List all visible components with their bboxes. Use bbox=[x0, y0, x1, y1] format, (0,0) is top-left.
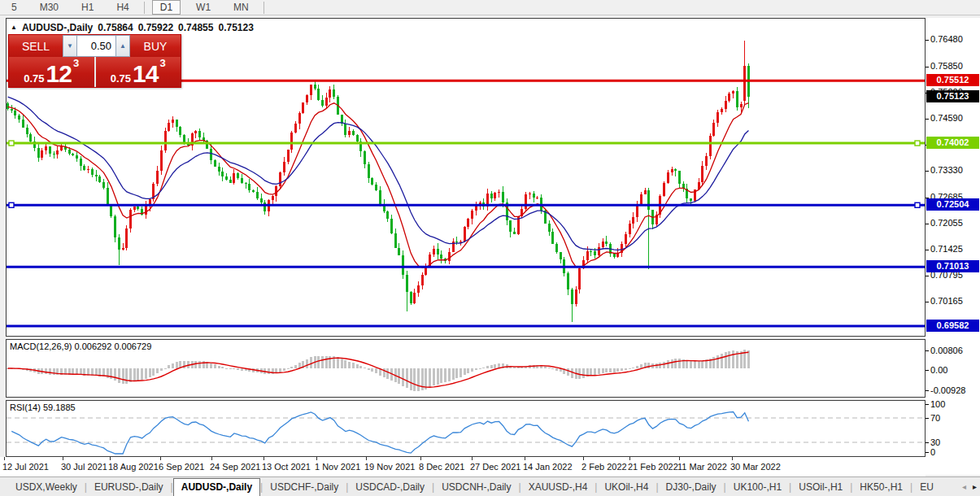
date-tick-mark bbox=[679, 457, 680, 460]
timeframe-button-W1[interactable]: W1 bbox=[190, 1, 216, 14]
chart-tab-UKOilH4[interactable]: UKOil-,H4 bbox=[597, 479, 656, 496]
buy-price-base: 0.75 bbox=[111, 72, 131, 85]
date-tick-label: 30 Jul 2021 bbox=[61, 462, 107, 472]
price-line-badge: 0.71013 bbox=[926, 260, 979, 272]
date-tick-mark bbox=[583, 457, 584, 460]
date-tick-mark bbox=[63, 457, 63, 460]
macd-tick-label: -0.00928 bbox=[930, 385, 965, 395]
one-click-trade-panel: SELL ▼ ▲ BUY 0.75 12 3 0.75 14 3 bbox=[8, 34, 181, 88]
chart-tab-USDCADDaily[interactable]: USDCAD-,Daily bbox=[348, 479, 432, 496]
lot-increase-button[interactable]: ▲ bbox=[115, 35, 130, 57]
chart-tab-USOilH1[interactable]: USOil-,H1 bbox=[791, 479, 850, 496]
date-tick-mark bbox=[316, 457, 317, 460]
symbol-period-label: AUDUSD-,Daily bbox=[22, 22, 93, 33]
price-tick-mark bbox=[926, 40, 929, 41]
date-tick-label: 27 Dec 2021 bbox=[470, 462, 520, 472]
chart-tab-USDXWeekly[interactable]: USDX,Weekly bbox=[8, 479, 85, 496]
date-tick-label: 6 Sep 2021 bbox=[159, 462, 204, 472]
sell-price-button[interactable]: 0.75 12 3 bbox=[9, 57, 94, 87]
toolbar-separator bbox=[144, 2, 145, 14]
price-tick-label: 0.75850 bbox=[930, 61, 963, 71]
date-tick-label: 13 Oct 2021 bbox=[262, 462, 311, 472]
macd-tick-label: 0.00806 bbox=[930, 346, 963, 355]
date-tick-mark bbox=[160, 457, 161, 460]
lot-size-input[interactable] bbox=[77, 35, 115, 57]
price-line-badge: 0.75512 bbox=[926, 74, 979, 86]
buy-button[interactable]: BUY bbox=[130, 35, 181, 57]
price-line-badge: 0.74002 bbox=[926, 137, 979, 149]
price-tick-mark bbox=[926, 67, 929, 67]
chart-tab-EURUSDDaily[interactable]: EURUSD-,Daily bbox=[87, 479, 171, 496]
timeframe-button-M30[interactable]: M30 bbox=[34, 1, 64, 14]
current-price-badge: 0.75123 bbox=[926, 90, 979, 102]
chart-tab-USDCNHDaily[interactable]: USDCNH-,Daily bbox=[434, 479, 518, 496]
price-tick-label: 0.74590 bbox=[930, 113, 963, 123]
chart-tab-HK50H1[interactable]: HK50-,H1 bbox=[852, 479, 910, 496]
sell-button[interactable]: SELL bbox=[9, 35, 63, 57]
chart-tab-bar: USDX,Weekly|EURUSD-,Daily|AUDUSD-,Daily|… bbox=[0, 476, 980, 496]
timeframe-button-5[interactable]: 5 bbox=[6, 1, 23, 14]
macd-tick-label: 0.00 bbox=[930, 365, 947, 375]
price-line-badge: 0.69582 bbox=[926, 320, 979, 332]
price-tick-label: 0.70165 bbox=[930, 296, 963, 306]
date-tick-label: 18 Aug 2021 bbox=[108, 462, 159, 472]
tab-scroll-buttons: ◂▸ bbox=[962, 482, 977, 491]
timeframe-toolbar: 5M30H1H4D1W1MN bbox=[0, 0, 980, 15]
rsi-tick-mark bbox=[926, 404, 929, 405]
timeframe-button-H4[interactable]: H4 bbox=[111, 1, 134, 14]
chart-tab-XAUUSDH4[interactable]: XAUUSD-,H4 bbox=[521, 479, 595, 496]
chart-tab-DJ30Daily[interactable]: DJ30-,Daily bbox=[659, 479, 724, 496]
sell-price-base: 0.75 bbox=[24, 72, 44, 85]
chart-tab-EU[interactable]: EU bbox=[912, 479, 941, 496]
date-tick-label: 19 Nov 2021 bbox=[364, 462, 415, 472]
ohlc-low: 0.74855 bbox=[178, 22, 213, 33]
date-tick-label: 30 Mar 2022 bbox=[730, 462, 781, 472]
chart-tab-USDCHFDaily[interactable]: USDCHF-,Daily bbox=[263, 479, 346, 496]
ohlc-close: 0.75123 bbox=[218, 22, 253, 33]
price-tick-mark bbox=[926, 250, 929, 250]
buy-price-button[interactable]: 0.75 14 3 bbox=[96, 57, 181, 87]
rsi-tick-label: 0 bbox=[930, 447, 935, 457]
date-tick-label: 21 Feb 2022 bbox=[628, 462, 678, 472]
chart-tab-AUDUSDDaily[interactable]: AUDUSD-,Daily bbox=[173, 478, 260, 496]
date-tick-label: 8 Dec 2021 bbox=[419, 462, 464, 472]
mt4-terminal: { "toolbar": { "items": ["5","M30","H1",… bbox=[0, 0, 980, 496]
macd-label: MACD(12,26,9) 0.006292 0.006729 bbox=[10, 342, 151, 351]
date-tick-mark bbox=[110, 457, 111, 460]
price-tick-mark bbox=[926, 119, 929, 120]
date-tick-mark bbox=[525, 457, 525, 460]
date-tick-mark bbox=[4, 457, 5, 460]
date-tick-label: 11 Mar 2022 bbox=[677, 462, 727, 472]
ohlc-high: 0.75922 bbox=[138, 22, 173, 33]
price-tick-label: 0.76480 bbox=[930, 34, 963, 44]
date-tick-label: 1 Nov 2021 bbox=[315, 462, 360, 472]
ohlc-open: 0.75864 bbox=[98, 22, 133, 33]
date-tick-mark bbox=[629, 457, 630, 460]
date-tick-mark bbox=[211, 457, 212, 460]
rsi-tick-label: 100 bbox=[930, 399, 945, 409]
timeframe-button-D1[interactable]: D1 bbox=[152, 0, 181, 15]
tab-scroll-right-button[interactable]: ▸ bbox=[973, 482, 977, 491]
date-tick-mark bbox=[420, 457, 421, 460]
price-tick-mark bbox=[926, 224, 929, 224]
price-tick-label: 0.72055 bbox=[930, 218, 963, 228]
price-tick-mark bbox=[926, 276, 929, 276]
rsi-panel[interactable] bbox=[6, 400, 926, 457]
rsi-tick-mark bbox=[926, 418, 929, 419]
price-tick-mark bbox=[926, 171, 929, 172]
date-tick-label: 14 Jan 2022 bbox=[523, 462, 573, 472]
price-line-badge: 0.72504 bbox=[926, 198, 979, 211]
rsi-tick-mark bbox=[926, 452, 929, 453]
lot-decrease-button[interactable]: ▼ bbox=[63, 35, 77, 57]
date-tick-label: 2 Feb 2022 bbox=[581, 462, 627, 472]
timeframe-button-MN[interactable]: MN bbox=[228, 1, 255, 14]
timeframe-button-H1[interactable]: H1 bbox=[76, 1, 99, 14]
tab-scroll-left-button[interactable]: ◂ bbox=[962, 482, 966, 491]
collapse-icon[interactable]: ▲ bbox=[11, 24, 17, 31]
price-tick-label: 0.71425 bbox=[930, 244, 963, 254]
macd-tick-mark bbox=[926, 390, 929, 391]
rsi-tick-label: 30 bbox=[930, 437, 940, 447]
rsi-tick-label: 70 bbox=[930, 413, 940, 423]
date-tick-label: 24 Sep 2021 bbox=[210, 462, 260, 472]
chart-tab-UK100H1[interactable]: UK100-,H1 bbox=[726, 479, 789, 496]
